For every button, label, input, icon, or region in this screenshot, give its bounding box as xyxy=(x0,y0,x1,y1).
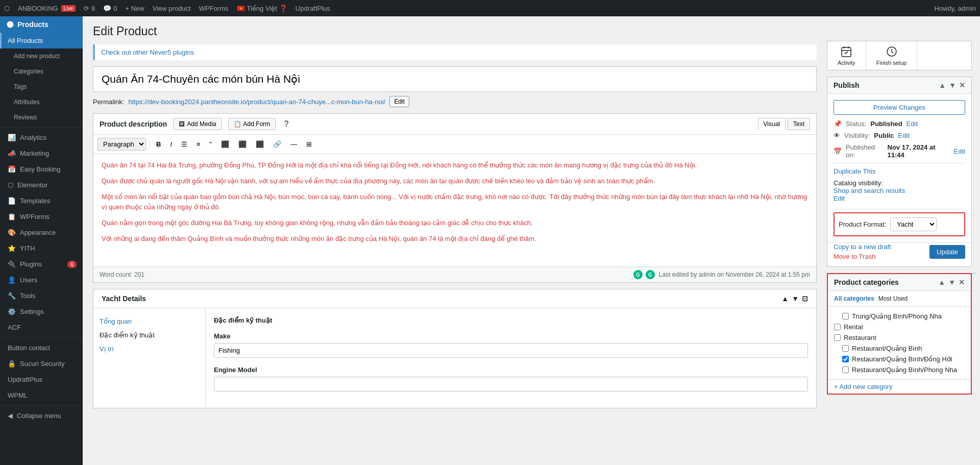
sidebar-item-appearance[interactable]: 🎨Appearance xyxy=(0,225,83,240)
sidebar-collapse-menu[interactable]: ◀Collapse menu xyxy=(0,408,83,424)
sidebar-item-yith[interactable]: ⭐YITH xyxy=(0,240,83,256)
wpforms-link[interactable]: WPForms xyxy=(199,5,229,12)
sidebar-item-templates[interactable]: 📄Templates xyxy=(0,193,83,209)
permalink-edit-btn[interactable]: Edit xyxy=(389,96,409,107)
add-form-btn[interactable]: 📋 Add Form xyxy=(228,118,276,130)
site-icon[interactable]: ⬡ xyxy=(4,5,10,12)
bold-btn[interactable]: B xyxy=(153,138,164,150)
view-product-link[interactable]: View product xyxy=(153,5,191,12)
update-btn[interactable]: Update xyxy=(929,245,965,259)
sidebar-item-tags[interactable]: Tags xyxy=(0,79,83,94)
sidebar-item-easy-booking[interactable]: 📅Easy Booking xyxy=(0,161,83,177)
add-category-link[interactable]: + Add new category xyxy=(828,379,971,394)
permalink-url[interactable]: https://dev-booking2024.pantheonsite.io/… xyxy=(128,98,385,106)
panel-down-icon[interactable]: ▼ xyxy=(949,81,956,89)
make-input[interactable] xyxy=(214,343,808,358)
cat-down-icon[interactable]: ▼ xyxy=(948,278,955,286)
duplicate-link[interactable]: Duplicate This xyxy=(834,167,875,175)
sidebar-item-updraftplus[interactable]: UpdraftPlus xyxy=(0,372,83,387)
most-used-tab[interactable]: Most Used xyxy=(878,295,908,302)
sidebar-item-wpforms[interactable]: 📋WPForms xyxy=(0,209,83,225)
editor-content[interactable]: Quán ăn 74 tại 74 Hai Bà Trưng, phường Đ… xyxy=(93,154,816,266)
sidebar-item-marketing[interactable]: 📣Marketing xyxy=(0,145,83,161)
align-center-btn[interactable]: ⬛ xyxy=(235,138,250,150)
add-media-btn[interactable]: 🖼 Add Media xyxy=(173,118,222,130)
text-tab[interactable]: Text xyxy=(788,118,810,130)
cat-checkbox-rental[interactable] xyxy=(834,324,841,330)
yacht-details-box: Yacht Details ▲ ▼ ⊡ Tổng quan Đặc điểm k… xyxy=(93,289,817,408)
sidebar-item-add-new[interactable]: Add new product xyxy=(0,48,83,64)
published-edit-link[interactable]: Edit xyxy=(954,148,965,155)
cat-checkbox-restaurant[interactable] xyxy=(834,334,841,341)
yacht-nav-overview[interactable]: Tổng quan xyxy=(100,314,199,328)
cat-close-icon[interactable]: ✕ xyxy=(959,278,965,286)
sidebar-item-reviews[interactable]: Reviews xyxy=(0,110,83,125)
new-content[interactable]: + New xyxy=(126,5,144,12)
engine-model-input[interactable] xyxy=(214,377,808,391)
help-icon[interactable]: ? xyxy=(284,119,289,129)
hr-btn[interactable]: — xyxy=(287,138,301,150)
visual-tab[interactable]: Visual xyxy=(758,118,786,130)
sidebar-item-settings[interactable]: ⚙️Settings xyxy=(0,304,83,320)
site-name[interactable]: ANBOOKING Live xyxy=(18,5,76,12)
cat-item-trung-quang: Trung/Quảng Bình/Phong Nha xyxy=(834,311,965,322)
finish-setup-btn[interactable]: Finish setup xyxy=(866,41,917,70)
yacht-header: Yacht Details ▲ ▼ ⊡ xyxy=(93,289,816,308)
quote-btn[interactable]: " xyxy=(206,138,216,150)
sidebar-item-analytics[interactable]: 📊Analytics xyxy=(0,130,83,145)
sidebar-item-plugins[interactable]: 🔌Plugins 6 xyxy=(0,256,83,272)
all-categories-tab[interactable]: All categories xyxy=(834,295,874,302)
catalog-value[interactable]: Shop and search results xyxy=(834,187,965,194)
language-switcher[interactable]: 🇻🇳 Tiếng Việt ❓ xyxy=(237,5,287,12)
comments[interactable]: 💬 0 xyxy=(103,5,117,12)
table-btn[interactable]: ⊞ xyxy=(303,138,315,150)
sidebar-item-wpml[interactable]: WPML xyxy=(0,387,83,403)
product-title-input[interactable] xyxy=(93,67,816,91)
publish-header: Publish ▲ ▼ ✕ xyxy=(827,77,971,94)
sidebar-item-sucuri[interactable]: 🔒Sucuri Security xyxy=(0,356,83,372)
cat-checkbox-rest-qb-pn[interactable] xyxy=(842,366,849,373)
cat-checkbox-rest-qb[interactable] xyxy=(842,345,849,352)
link-btn[interactable]: 🔗 xyxy=(270,138,285,150)
sidebar-item-categories[interactable]: Categories xyxy=(0,64,83,79)
ol-btn[interactable]: ≡ xyxy=(193,138,204,150)
sidebar-item-tools[interactable]: 🔧Tools xyxy=(0,288,83,304)
cat-checkbox-trung[interactable] xyxy=(842,313,849,320)
catalog-edit-link[interactable]: Edit xyxy=(834,194,845,202)
ul-btn[interactable]: ☰ xyxy=(178,138,191,150)
align-right-btn[interactable]: ⬛ xyxy=(252,138,267,150)
word-count: Word count: 201 xyxy=(100,271,144,278)
notice-link[interactable]: Check out other Never5 plugins xyxy=(101,48,194,56)
activity-btn[interactable]: Activity xyxy=(827,41,866,70)
panel-up-icon[interactable]: ▲ xyxy=(939,81,946,89)
align-left-btn[interactable]: ⬛ xyxy=(217,138,233,150)
notifications[interactable]: ⟳ 8 xyxy=(84,5,95,12)
italic-btn[interactable]: I xyxy=(166,138,176,150)
status-edit-link[interactable]: Edit xyxy=(906,120,918,128)
yacht-nav-location[interactable]: Vị trí xyxy=(100,342,199,356)
collapse-up-icon[interactable]: ▲ xyxy=(781,295,789,303)
sidebar-item-elementor[interactable]: ⬡Elementor xyxy=(0,177,83,193)
engine-model-label: Engine Model xyxy=(214,366,808,374)
catalog-label: Catalog visibility: xyxy=(834,179,883,187)
cat-up-icon[interactable]: ▲ xyxy=(938,278,945,286)
expand-icon[interactable]: ⊡ xyxy=(802,295,808,303)
categories-header: Product categories ▲ ▼ ✕ xyxy=(828,274,971,291)
sidebar-item-acf[interactable]: ACF xyxy=(0,320,83,335)
panel-close-icon[interactable]: ✕ xyxy=(959,81,965,89)
collapse-down-icon[interactable]: ▼ xyxy=(792,295,799,303)
cat-checkbox-rest-qb-dh[interactable] xyxy=(842,356,849,362)
yacht-nav-specs: Đặc điểm kỹ thuật xyxy=(100,328,199,342)
sidebar-item-users[interactable]: 👤Users xyxy=(0,272,83,288)
updraftplus-link[interactable]: UpdraftPlus xyxy=(296,5,330,12)
visibility-edit-link[interactable]: Edit xyxy=(898,132,909,139)
product-format-select[interactable]: Yacht Standard Simple xyxy=(890,217,937,231)
sidebar-item-button-contact[interactable]: Button contact xyxy=(0,340,83,356)
preview-changes-btn[interactable]: Preview Changes xyxy=(834,100,965,115)
move-trash-link[interactable]: Move to Trash xyxy=(834,253,875,260)
sidebar-item-attributes[interactable]: Attributes xyxy=(0,94,83,110)
sidebar-brand[interactable]: Products xyxy=(0,16,83,33)
paragraph-select[interactable]: Paragraph xyxy=(97,138,146,151)
copy-draft-link[interactable]: Copy to a new draft xyxy=(834,243,891,251)
sidebar-item-all-products[interactable]: All Products xyxy=(0,33,83,48)
